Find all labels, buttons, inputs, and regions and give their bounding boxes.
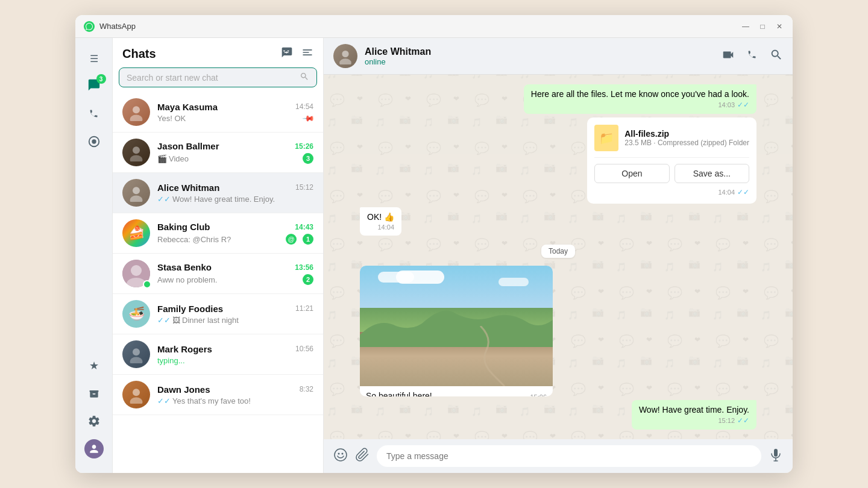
photo-image — [360, 266, 553, 386]
chat-preview-text-alice: Wow! Have great time. Enjoy. — [172, 195, 275, 204]
nav-item-calls[interactable] — [82, 102, 106, 126]
chat-name-mark: Mark Rogers — [157, 344, 212, 354]
avatar-family: 🍜 — [122, 300, 150, 328]
chat-info-maya: Maya Kasuma 14:54 Yes! OK 📌 — [157, 102, 313, 123]
avatar-stasa — [122, 260, 150, 287]
svg-point-25 — [342, 452, 344, 454]
app-window: WhatsApp — □ ✕ ☰ 3 — [75, 15, 793, 473]
messages-area: Here are all the files. Let me know once… — [324, 75, 793, 439]
nav-item-chats[interactable]: 3 — [82, 74, 106, 98]
open-file-button[interactable]: Open — [594, 164, 669, 183]
chat-item-baking[interactable]: 🍰 Baking Club 14:43 Rebecca: @Chris R? @ — [113, 213, 323, 254]
search-chat-icon[interactable] — [770, 48, 783, 64]
photo-caption-area: So beautiful here! 15:06 ❤️ — [360, 386, 553, 396]
search-bar[interactable] — [119, 67, 317, 87]
svg-point-3 — [133, 106, 140, 113]
chat-time-dawn: 8:32 — [300, 385, 313, 393]
file-details: All-files.zip 23.5 MB · Compressed (zipp… — [624, 129, 749, 147]
nav-item-starred[interactable]: ★ — [82, 354, 106, 378]
chat-preview-family: ✓✓ 🖼 Dinner last night — [157, 316, 313, 325]
svg-point-2 — [92, 139, 96, 143]
chat-header-info: Alice Whitman online — [365, 46, 722, 66]
chat-info-family: Family Foodies 11:21 ✓✓ 🖼 Dinner last ni… — [157, 304, 313, 325]
window-controls: — □ ✕ — [741, 22, 784, 31]
chat-item-family[interactable]: 🍜 Family Foodies 11:21 ✓✓ 🖼 Dinner last … — [113, 294, 323, 334]
zip-file-icon: 📁 — [594, 125, 618, 151]
chat-item-alice[interactable]: Alice Whitman 15:12 ✓✓ Wow! Have great t… — [113, 173, 323, 213]
chat-item-stasa[interactable]: Stasa Benko 13:56 Aww no problem. 2 — [113, 254, 323, 294]
message-final: Wow! Have great time. Enjoy. 15:12 ✓✓ — [632, 400, 756, 430]
chat-info-jason: Jason Ballmer 15:26 🎬 Video 3 — [157, 141, 313, 164]
svg-point-10 — [131, 265, 142, 276]
photo-time: 15:06 — [530, 393, 547, 396]
file-msg-ticks: ✓✓ — [737, 188, 749, 196]
file-name: All-files.zip — [624, 129, 749, 139]
chat-item-mark[interactable]: Mark Rogers 10:56 typing... — [113, 334, 323, 375]
ticks-alice: ✓✓ — [157, 195, 171, 204]
chat-header-actions — [722, 48, 783, 64]
app-body: ☰ 3 ★ — [75, 38, 793, 473]
attach-button[interactable] — [355, 448, 370, 465]
close-button[interactable]: ✕ — [775, 22, 784, 31]
filter-icon[interactable] — [301, 46, 313, 61]
search-input[interactable] — [127, 73, 300, 83]
avatar-alice — [122, 179, 150, 207]
save-file-button[interactable]: Save as... — [675, 164, 749, 183]
chat-name-stasa: Stasa Benko — [157, 262, 212, 272]
ticks-family: ✓✓ — [157, 316, 171, 325]
chat-name-alice: Alice Whitman — [157, 183, 219, 193]
voice-message-button[interactable] — [769, 448, 783, 465]
chat-header-avatar[interactable] — [333, 44, 357, 68]
file-icon-area: 📁 All-files.zip 23.5 MB · Compressed (zi… — [594, 125, 749, 151]
message-input[interactable] — [377, 445, 761, 467]
photo-message: So beautiful here! 15:06 ❤️ — [360, 266, 553, 396]
nav-item-status[interactable] — [82, 130, 106, 154]
chat-item-jason[interactable]: Jason Ballmer 15:26 🎬 Video 3 — [113, 133, 323, 173]
msg-time-1: 14:03 — [718, 101, 735, 108]
message-text-1: Here are all the files. Let me know once… — [531, 89, 749, 99]
maximize-button[interactable]: □ — [758, 22, 767, 31]
chat-name-dawn: Dawn Jones — [157, 384, 210, 395]
unread-badge-baking: 1 — [303, 234, 313, 245]
minimize-button[interactable]: — — [741, 22, 750, 31]
chat-preview-text-jason: Video — [169, 154, 189, 163]
svg-point-7 — [133, 187, 140, 194]
svg-point-14 — [133, 389, 140, 396]
chat-info-baking: Baking Club 14:43 Rebecca: @Chris R? @ 1 — [157, 222, 313, 245]
chat-item-dawn[interactable]: Dawn Jones 8:32 ✓✓ Yes that's my fave to… — [113, 375, 323, 415]
app-title: WhatsApp — [99, 22, 741, 31]
emoji-button[interactable] — [333, 448, 348, 465]
avatar-jason — [122, 139, 150, 166]
chat-item-maya[interactable]: Maya Kasuma 14:54 Yes! OK 📌 — [113, 92, 323, 133]
file-actions: Open Save as... — [594, 157, 749, 183]
chat-list: Maya Kasuma 14:54 Yes! OK 📌 — [113, 92, 323, 473]
svg-point-0 — [84, 21, 95, 32]
nav-avatar[interactable] — [82, 437, 106, 461]
chat-header: Alice Whitman online — [324, 38, 793, 75]
avatar-maya — [122, 98, 150, 126]
chat-preview-text-stasa: Aww no problem. — [157, 275, 217, 284]
chat-preview-baking: Rebecca: @Chris R? — [157, 235, 283, 244]
chat-header-name: Alice Whitman — [365, 46, 722, 57]
user-avatar — [84, 439, 104, 458]
svg-point-5 — [133, 146, 140, 154]
nav-item-settings[interactable] — [82, 409, 106, 433]
chat-time-maya: 14:54 — [295, 102, 313, 111]
file-msg-time: 14:04 — [718, 189, 735, 196]
chat-input-bar — [324, 439, 793, 473]
voice-call-icon[interactable] — [746, 48, 759, 64]
chat-time-baking: 14:43 — [295, 223, 313, 231]
nav-item-menu[interactable]: ☰ — [82, 46, 106, 70]
whatsapp-logo-icon — [84, 21, 95, 32]
message-text-final: Wow! Have great time. Enjoy. — [639, 405, 749, 414]
video-call-icon[interactable] — [722, 48, 735, 64]
date-divider-text: Today — [541, 245, 575, 258]
msg-ticks-1: ✓✓ — [737, 101, 749, 109]
nav-item-archived[interactable] — [82, 381, 106, 405]
chat-preview-text-maya: Yes! OK — [157, 114, 186, 123]
new-chat-icon[interactable] — [281, 46, 293, 61]
title-bar: WhatsApp — □ ✕ — [75, 15, 793, 38]
svg-point-22 — [339, 58, 351, 64]
file-message: 📁 All-files.zip 23.5 MB · Compressed (zi… — [587, 117, 756, 204]
chat-preview-jason: 🎬 Video — [157, 154, 299, 163]
